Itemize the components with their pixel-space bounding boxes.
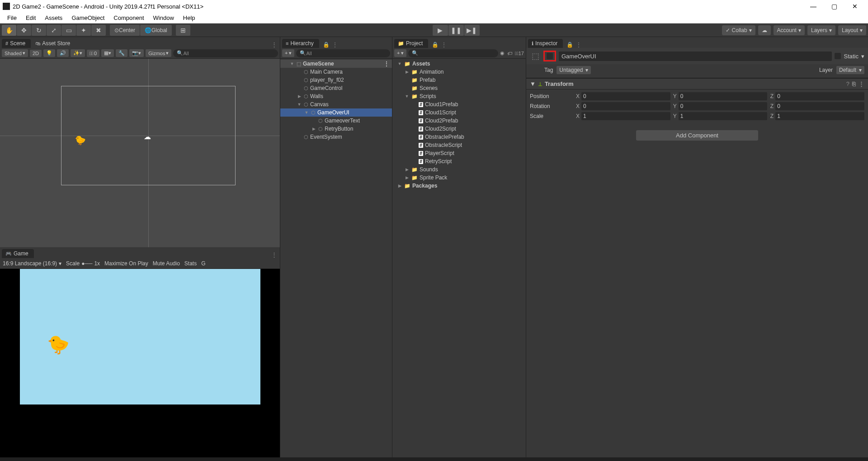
component-menu[interactable]: ⋮ <box>859 80 864 87</box>
project-tree[interactable]: ▼📁Assets▶📁Animation📁Prefab📁Scenes▼📁Scrip… <box>392 59 526 457</box>
project-item-sounds[interactable]: ▶📁Sounds <box>392 165 526 174</box>
menu-component[interactable]: Component <box>109 14 148 22</box>
project-item-retryscript[interactable]: #RetryScript <box>392 157 526 165</box>
transform-scale-x[interactable]: 1 <box>581 112 670 120</box>
project-item-assets[interactable]: ▼📁Assets <box>392 60 526 68</box>
hierarchy-create-dropdown[interactable]: + ▾ <box>282 49 294 57</box>
transform-position-y[interactable]: 0 <box>679 92 768 100</box>
rotate-tool[interactable]: ↻ <box>32 25 46 36</box>
gizmos-dropdown[interactable]: Gizmos ▾ <box>146 49 171 57</box>
project-search[interactable]: 🔍 <box>408 49 498 57</box>
layout-dropdown[interactable]: Layout ▾ <box>838 25 866 35</box>
custom-tool[interactable]: ✖ <box>91 25 106 36</box>
fx-toggle[interactable]: ✨▾ <box>71 49 85 57</box>
scale-tool[interactable]: ⤢ <box>47 25 61 36</box>
hidden-toggle[interactable]: 👁⃠0 <box>87 50 99 57</box>
stats-toggle[interactable]: Stats <box>184 260 197 267</box>
snap-toggle[interactable]: ⊞ <box>176 25 190 36</box>
pause-button[interactable]: ❚❚ <box>448 25 464 36</box>
hierarchy-item-walls[interactable]: ▶⬡Walls <box>280 92 392 100</box>
active-checkbox[interactable] <box>547 53 553 59</box>
project-item-sprite-pack[interactable]: ▶📁Sprite Pack <box>392 174 526 182</box>
hierarchy-item-canvas[interactable]: ▼⬡Canvas <box>280 100 392 108</box>
shading-dropdown[interactable]: Shaded ▾ <box>2 49 28 57</box>
minimize-button[interactable]: — <box>803 0 824 13</box>
tab-hierarchy[interactable]: ≡Hierarchy <box>282 39 319 48</box>
hierarchy-item-gameoverui[interactable]: ▼⬡GameOverUI <box>280 108 392 117</box>
lighting-toggle[interactable]: 💡 <box>43 49 55 57</box>
maximize-button[interactable]: ▢ <box>824 0 844 13</box>
tab-inspector[interactable]: ℹInspector <box>528 39 563 48</box>
transform-tool[interactable]: ✦ <box>76 25 91 36</box>
transform-position-x[interactable]: 0 <box>581 92 670 100</box>
transform-scale-z[interactable]: 1 <box>775 112 864 120</box>
hierarchy-item-gameovertext[interactable]: ⬡GameoverText <box>280 117 392 125</box>
tools-toggle[interactable]: 🔧 <box>116 49 127 57</box>
scene-search[interactable]: 🔍 All <box>173 49 278 57</box>
space-toggle[interactable]: 🌐 Global <box>140 25 172 36</box>
hierarchy-item-player-fly-f02[interactable]: ⬡player_fly_f02 <box>280 76 392 84</box>
gameobject-icon[interactable]: ⬚ <box>530 51 541 61</box>
help-icon[interactable]: ? <box>846 80 849 87</box>
rect-tool[interactable]: ▭ <box>61 25 76 36</box>
static-dropdown[interactable]: ▾ <box>861 53 864 60</box>
project-item-cloud1prefab[interactable]: #Cloud1Prefab <box>392 100 526 108</box>
menu-help[interactable]: Help <box>179 14 200 22</box>
transform-header[interactable]: ▼ ⟂ Transform ? ⎘ ⋮ <box>526 78 868 89</box>
project-item-cloud2prefab[interactable]: #Cloud2Prefab <box>392 117 526 125</box>
project-item-cloud1script[interactable]: #Cloud1Script <box>392 108 526 117</box>
project-item-animation[interactable]: ▶📁Animation <box>392 68 526 76</box>
hierarchy-search[interactable]: 🔍 All <box>296 49 390 57</box>
gizmos-game-toggle[interactable]: G <box>201 260 205 267</box>
project-item-obstraclescript[interactable]: #ObstracleScript <box>392 141 526 149</box>
filter-icon[interactable]: ◉ <box>500 50 505 56</box>
transform-position-z[interactable]: 0 <box>775 92 864 100</box>
maximize-toggle[interactable]: Maximize On Play <box>104 260 148 267</box>
2d-toggle[interactable]: 2D <box>30 50 42 57</box>
inspector-menu[interactable]: ⋮ <box>576 42 581 48</box>
hierarchy-menu[interactable]: ⋮ <box>332 42 338 48</box>
object-name-field[interactable]: GameOverUI <box>559 52 832 61</box>
expand-icon[interactable]: ▼ <box>530 80 536 87</box>
project-lock-icon[interactable]: 🔒 <box>432 42 439 48</box>
project-item-playerscript[interactable]: #PlayerScript <box>392 149 526 157</box>
pivot-toggle[interactable]: ⊙ Center <box>110 25 140 36</box>
camera-toggle[interactable]: 📷▾ <box>129 49 144 57</box>
menu-assets[interactable]: Assets <box>40 14 67 22</box>
tab-project[interactable]: 📁Project <box>394 39 428 48</box>
account-dropdown[interactable]: Account ▾ <box>774 25 805 35</box>
scene-panel-menu[interactable]: ⋮ <box>269 41 280 48</box>
project-item-scripts[interactable]: ▼📁Scripts <box>392 92 526 100</box>
hidden-count[interactable]: 👁⃠17 <box>515 51 524 56</box>
player-sprite[interactable]: 🐤 <box>75 135 86 146</box>
tab-scene[interactable]: #Scene <box>2 39 31 48</box>
transform-scale-y[interactable]: 1 <box>679 112 768 120</box>
cloud-button[interactable]: ☁ <box>758 25 771 35</box>
project-item-cloud2script[interactable]: #Cloud2Script <box>392 125 526 133</box>
cloud-sprite[interactable]: ☁ <box>144 132 151 141</box>
menu-edit[interactable]: Edit <box>21 14 40 22</box>
move-tool[interactable]: ✥ <box>17 25 31 36</box>
tab-game[interactable]: 🎮Game <box>2 249 34 258</box>
preset-icon[interactable]: ⎘ <box>852 80 856 87</box>
inspector-lock-icon[interactable]: 🔒 <box>566 42 573 48</box>
hierarchy-item-main-camera[interactable]: ⬡Main Camera <box>280 68 392 76</box>
project-item-scenes[interactable]: 📁Scenes <box>392 84 526 92</box>
hierarchy-lock-icon[interactable]: 🔒 <box>323 42 330 48</box>
hierarchy-item-eventsystem[interactable]: ⬡EventSystem <box>280 133 392 141</box>
tab-asset-store[interactable]: 🛍Asset Store <box>32 39 75 48</box>
hierarchy-tree[interactable]: ▼⬚GameScene⋮⬡Main Camera⬡player_fly_f02⬡… <box>280 59 392 457</box>
scene-view[interactable]: 🐤 ☁ <box>0 59 280 247</box>
play-button[interactable]: ▶ <box>433 25 448 36</box>
game-view[interactable]: 🐤 <box>0 269 280 457</box>
tag-dropdown[interactable]: Untagged ▾ <box>557 66 591 74</box>
menu-file[interactable]: File <box>3 14 21 22</box>
scene-context-menu[interactable]: ⋮ <box>384 61 392 67</box>
hand-tool[interactable]: ✋ <box>2 25 16 36</box>
hierarchy-item-gamecontrol[interactable]: ⬡GameControl <box>280 84 392 92</box>
transform-rotation-y[interactable]: 0 <box>679 102 768 110</box>
scale-slider[interactable]: Scale ●── 1x <box>66 260 100 267</box>
layers-dropdown[interactable]: Layers ▾ <box>807 25 835 35</box>
add-component-button[interactable]: Add Component <box>636 130 758 141</box>
label-icon[interactable]: 🏷 <box>507 51 512 56</box>
